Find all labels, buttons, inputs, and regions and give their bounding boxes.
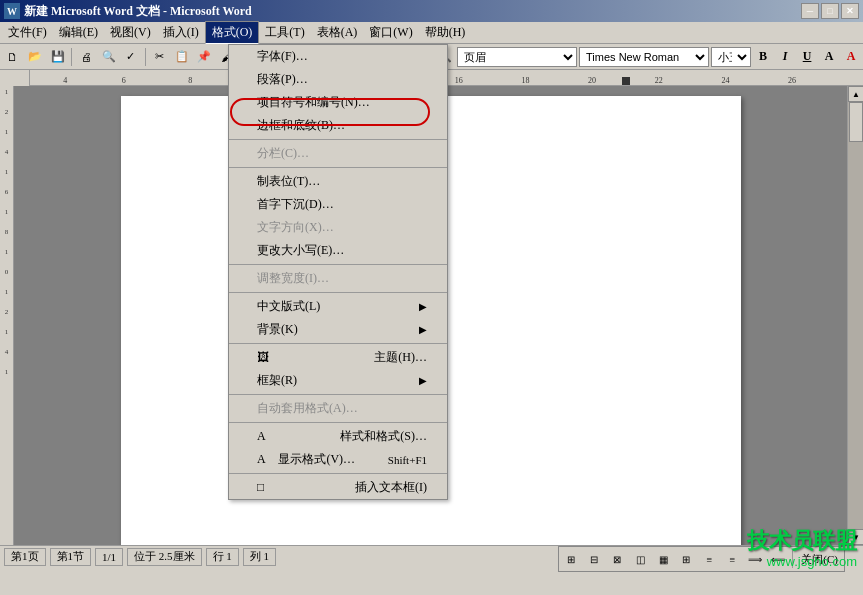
menu-edit[interactable]: 编辑(E) [53,22,104,43]
submenu-arrow3: ▶ [419,375,427,386]
menu-chinesestyle-item[interactable]: 中文版式(L) ▶ [229,295,447,318]
font-color-a2[interactable]: A [841,47,861,67]
menu-adjustwidth-item: 调整宽度(I)… [229,267,447,290]
spell-btn[interactable]: ✓ [120,46,141,68]
sep2 [145,48,146,66]
menu-paragraph-item[interactable]: 段落(P)… [229,68,447,91]
print-btn[interactable]: 🖨 [75,46,96,68]
title-bar: W 新建 Microsoft Word 文档 - Microsoft Word … [0,0,863,22]
maximize-button[interactable]: □ [821,3,839,19]
app-icon: W [4,3,20,19]
preview-btn[interactable]: 🔍 [98,46,119,68]
menu-font-item[interactable]: 字体(F)… [229,45,447,68]
status-at: 位于 2.5厘米 [127,548,202,566]
menu-table[interactable]: 表格(A) [311,22,364,43]
menu-columns-item[interactable]: 分栏(C)… [229,142,447,165]
sep5 [229,343,447,344]
table-icon-4[interactable]: ◫ [629,548,651,570]
status-col: 列 1 [243,548,276,566]
status-line: 行 1 [206,548,239,566]
menu-textdir-item[interactable]: 文字方向(X)… [229,216,447,239]
window-controls: ─ □ ✕ [801,3,859,19]
sep2 [229,167,447,168]
menu-styleformat-item[interactable]: A 样式和格式(S)… [229,425,447,448]
menu-help[interactable]: 帮助(H) [419,22,472,43]
watermark: 技术员联盟 www.jsgho.com [747,528,857,569]
menu-background-item[interactable]: 背景(K) ▶ [229,318,447,341]
menu-insert[interactable]: 插入(I) [157,22,205,43]
sep8 [229,473,447,474]
new-btn[interactable]: 🗋 [2,46,23,68]
cut-btn[interactable]: ✂ [149,46,170,68]
menu-changecase-item[interactable]: 更改大小写(E)… [229,239,447,262]
watermark-text: 技术员联盟 [747,528,857,554]
close-button[interactable]: ✕ [841,3,859,19]
sep3 [229,264,447,265]
italic-btn[interactable]: I [775,47,795,67]
paste-btn[interactable]: 📌 [194,46,215,68]
table-icon-5[interactable]: ▦ [652,548,674,570]
shortcut-label: Shift+F1 [388,454,427,466]
open-btn[interactable]: 📂 [24,46,45,68]
sep6 [229,394,447,395]
sep4 [229,292,447,293]
menu-view[interactable]: 视图(V) [104,22,157,43]
submenu-arrow: ▶ [419,301,427,312]
sep7 [229,422,447,423]
format-dropdown-menu: 字体(F)… 段落(P)… 项目符号和编号(N)… 边框和底纹(B)… 分栏(C… [228,44,448,500]
menu-autoformat-item: 自动套用格式(A)… [229,397,447,420]
table-icon-3[interactable]: ⊠ [606,548,628,570]
scroll-thumb[interactable] [849,102,863,142]
menu-tools[interactable]: 工具(T) [259,22,310,43]
menu-revealformat-item[interactable]: A 显示格式(V)… Shift+F1 [229,448,447,471]
scroll-up-btn[interactable]: ▲ [848,86,863,102]
menu-frames-item[interactable]: 框架(R) ▶ [229,369,447,392]
status-section: 第1节 [50,548,92,566]
menu-format[interactable]: 格式(O) [205,21,260,44]
minimize-button[interactable]: ─ [801,3,819,19]
watermark-url: www.jsgho.com [747,554,857,569]
vertical-ruler: 121416181012141 [0,86,14,545]
align-icon-2[interactable]: ≡ [721,548,743,570]
menu-file[interactable]: 文件(F) [2,22,53,43]
ruler-corner [0,70,30,86]
submenu-arrow2: ▶ [419,324,427,335]
copy-btn[interactable]: 📋 [171,46,192,68]
sep1 [229,139,447,140]
sep1 [71,48,72,66]
table-icon-2[interactable]: ⊟ [583,548,605,570]
menu-bar: 文件(F) 编辑(E) 视图(V) 插入(I) 格式(O) 工具(T) 表格(A… [0,22,863,44]
bold-btn[interactable]: B [753,47,773,67]
menu-window[interactable]: 窗口(W) [363,22,418,43]
table-icon-1[interactable]: ⊞ [560,548,582,570]
align-icon-1[interactable]: ≡ [698,548,720,570]
menu-dropcap-item[interactable]: 首字下沉(D)… [229,193,447,216]
style-select[interactable]: 页眉 [457,47,577,67]
vertical-scrollbar[interactable]: ▲ ▼ [847,86,863,545]
font-color-a[interactable]: A [819,47,839,67]
menu-tabs-item[interactable]: 制表位(T)… [229,170,447,193]
window-title: 新建 Microsoft Word 文档 - Microsoft Word [24,3,252,20]
menu-theme-item[interactable]: 🖼 主题(H)… [229,346,447,369]
status-page: 第1页 [4,548,46,566]
status-position: 1/1 [95,548,123,566]
scroll-track[interactable] [848,102,863,529]
size-select[interactable]: 小五 [711,47,751,67]
font-select[interactable]: Times New Roman [579,47,709,67]
underline-btn[interactable]: U [797,47,817,67]
menu-inserttextbox-item[interactable]: □ 插入文本框(I) [229,476,447,499]
menu-bullets-item[interactable]: 项目符号和编号(N)… [229,91,447,114]
table-icon-6[interactable]: ⊞ [675,548,697,570]
save-btn[interactable]: 💾 [47,46,68,68]
menu-borders-item[interactable]: 边框和底纹(B)… [229,114,447,137]
